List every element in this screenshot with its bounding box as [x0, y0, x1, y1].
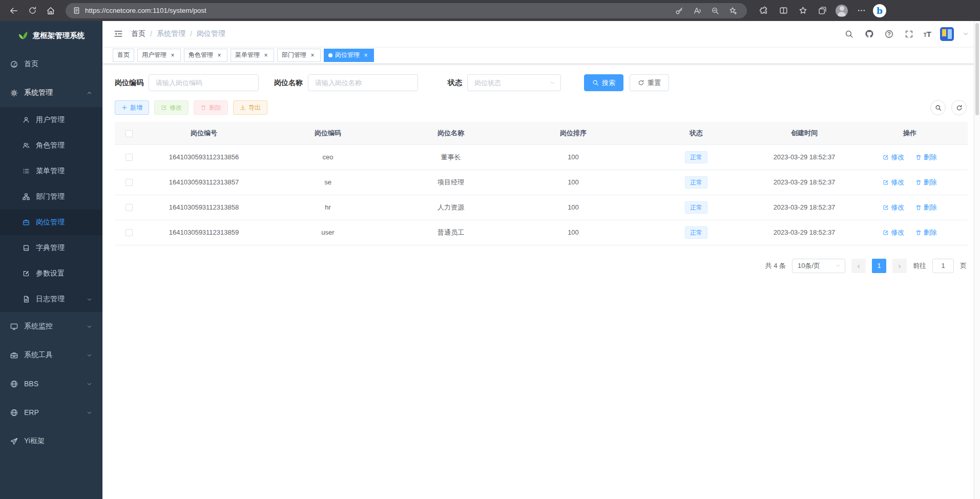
- next-page-button[interactable]: ›: [892, 259, 907, 273]
- extensions-icon[interactable]: [756, 3, 772, 18]
- status-select[interactable]: 岗位状态: [467, 74, 561, 91]
- tab-dept-mgmt[interactable]: 部门管理×: [277, 49, 321, 62]
- export-button[interactable]: 导出: [233, 100, 267, 115]
- header-search-icon[interactable]: [844, 28, 855, 39]
- sidebar-toggle-icon[interactable]: [114, 29, 123, 38]
- reset-button[interactable]: 重置: [630, 74, 669, 91]
- row-edit-link[interactable]: 修改: [883, 203, 904, 212]
- org-tree-icon: [23, 193, 30, 200]
- row-edit-link[interactable]: 修改: [883, 178, 904, 187]
- github-icon[interactable]: [864, 28, 875, 39]
- font-size-icon[interactable]: TT: [924, 30, 931, 38]
- row-edit-link[interactable]: 修改: [883, 153, 904, 162]
- close-icon[interactable]: ×: [309, 52, 316, 59]
- split-screen-icon[interactable]: [776, 3, 791, 18]
- cell-post-name: 普通员工: [391, 220, 511, 245]
- delete-button[interactable]: 删除: [194, 100, 228, 115]
- sidebar-item-bbs[interactable]: BBS: [0, 369, 102, 398]
- sidebar-item-log-mgmt[interactable]: 日志管理: [0, 286, 102, 312]
- row-checkbox[interactable]: [126, 229, 133, 236]
- tab-user-mgmt[interactable]: 用户管理×: [137, 49, 181, 62]
- bing-copilot-icon[interactable]: b: [873, 4, 886, 17]
- col-status: 状态: [636, 122, 757, 144]
- edit-button[interactable]: 修改: [154, 100, 189, 115]
- post-name-input[interactable]: [308, 74, 418, 91]
- select-all-checkbox[interactable]: [126, 130, 133, 137]
- profile-avatar[interactable]: [834, 3, 849, 18]
- browser-scrollbar[interactable]: [974, 21, 980, 499]
- row-checkbox[interactable]: [126, 154, 133, 161]
- sidebar-item-erp[interactable]: ERP: [0, 398, 102, 427]
- pagination: 共 4 条 10条/页 ‹ 1 › 前往 页: [115, 259, 968, 273]
- row-delete-link[interactable]: 删除: [915, 178, 937, 187]
- show-search-button[interactable]: [930, 100, 946, 115]
- cell-post-sort: 100: [511, 144, 636, 170]
- row-edit-link[interactable]: 修改: [883, 228, 904, 237]
- close-icon[interactable]: ×: [169, 52, 176, 59]
- sidebar-item-param-settings[interactable]: 参数设置: [0, 261, 102, 286]
- help-icon[interactable]: [884, 28, 895, 39]
- tab-menu-mgmt[interactable]: 菜单管理×: [231, 49, 274, 62]
- add-favorite-icon[interactable]: [726, 4, 740, 17]
- sidebar-item-system-tools[interactable]: 系统工具: [0, 341, 102, 369]
- prev-page-button[interactable]: ‹: [851, 259, 866, 273]
- close-icon[interactable]: ×: [216, 52, 223, 59]
- sidebar-item-home[interactable]: 首页: [0, 50, 102, 78]
- cell-post-code: se: [265, 170, 391, 195]
- row-checkbox[interactable]: [126, 204, 133, 211]
- close-icon[interactable]: ×: [262, 52, 269, 59]
- breadcrumb-system: 系统管理: [157, 29, 185, 38]
- page-1-button[interactable]: 1: [872, 259, 886, 273]
- fullscreen-icon[interactable]: [904, 28, 915, 39]
- sidebar-item-dept-mgmt[interactable]: 部门管理: [0, 184, 102, 210]
- row-delete-link[interactable]: 删除: [915, 203, 937, 212]
- row-checkbox[interactable]: [126, 179, 133, 186]
- chevron-down-icon: [87, 410, 92, 415]
- breadcrumb-home[interactable]: 首页: [131, 29, 145, 38]
- user-avatar[interactable]: [940, 27, 954, 41]
- sidebar-item-system-mgmt[interactable]: 系统管理: [0, 78, 102, 107]
- page-size-select[interactable]: 10条/页: [792, 259, 845, 273]
- browser-back-button[interactable]: [6, 3, 22, 18]
- app-logo[interactable]: 意框架管理系统: [0, 21, 102, 50]
- settings-more-icon[interactable]: [853, 3, 869, 18]
- download-icon: [240, 105, 246, 111]
- leaf-logo-icon: [18, 30, 28, 40]
- sidebar-item-user-mgmt[interactable]: 用户管理: [0, 107, 102, 133]
- sidebar-item-yi-framework[interactable]: Yi框架: [0, 427, 102, 455]
- chevron-down-icon: [87, 297, 92, 302]
- sidebar-item-dict-mgmt[interactable]: 字典管理: [0, 235, 102, 261]
- cell-post-code: hr: [265, 195, 391, 220]
- scrollbar-thumb[interactable]: [975, 23, 979, 115]
- address-bar[interactable]: https://ccnetcore.com:1101/system/post: [66, 3, 747, 18]
- collections-icon[interactable]: [815, 3, 830, 18]
- goto-page-input[interactable]: [932, 259, 954, 273]
- trash-icon: [915, 154, 922, 160]
- post-code-input[interactable]: [149, 74, 259, 91]
- add-button[interactable]: 新增: [115, 100, 149, 115]
- sidebar-item-role-mgmt[interactable]: 角色管理: [0, 133, 102, 158]
- password-key-icon[interactable]: [673, 4, 686, 17]
- favorites-icon[interactable]: [795, 3, 810, 18]
- paper-plane-icon: [10, 438, 18, 445]
- sidebar-item-menu-mgmt[interactable]: 菜单管理: [0, 158, 102, 184]
- refresh-table-button[interactable]: [951, 100, 967, 115]
- row-delete-link[interactable]: 删除: [915, 228, 937, 237]
- close-icon[interactable]: ×: [362, 52, 369, 59]
- tab-post-mgmt[interactable]: 岗位管理×: [324, 49, 374, 62]
- sidebar-item-post-mgmt[interactable]: 岗位管理: [0, 210, 102, 235]
- sidebar-item-system-monitor[interactable]: 系统监控: [0, 312, 102, 341]
- browser-home-button[interactable]: [43, 3, 58, 18]
- globe-icon: [10, 380, 18, 388]
- col-actions: 操作: [852, 122, 968, 144]
- row-delete-link[interactable]: 删除: [915, 153, 937, 162]
- read-aloud-icon[interactable]: [691, 4, 704, 17]
- avatar-caret-icon[interactable]: [963, 31, 969, 37]
- tab-role-mgmt[interactable]: 角色管理×: [184, 49, 227, 62]
- browser-refresh-button[interactable]: [25, 3, 40, 18]
- goto-label: 前往: [913, 261, 926, 271]
- zoom-out-icon[interactable]: [708, 4, 722, 17]
- tab-home[interactable]: 首页: [113, 49, 134, 62]
- ellipsis-icon: [857, 6, 866, 15]
- search-button[interactable]: 搜索: [584, 74, 623, 91]
